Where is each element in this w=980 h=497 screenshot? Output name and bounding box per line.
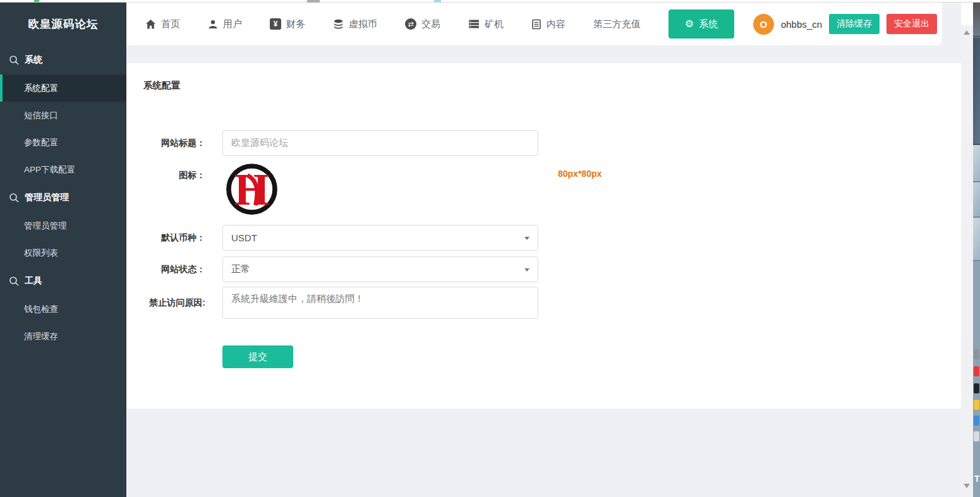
sidebar-item-clear-cache[interactable]: 清理缓存 bbox=[0, 323, 126, 350]
nav-item-label: 交易 bbox=[421, 18, 440, 30]
desktop-app-icon bbox=[974, 383, 979, 393]
nav-item-content[interactable]: 内容 bbox=[531, 18, 566, 30]
exchange-icon: ⇄ bbox=[405, 18, 416, 30]
search-icon bbox=[9, 55, 19, 65]
gear-icon: ⚙ bbox=[685, 19, 694, 29]
scroll-up-arrow-icon[interactable] bbox=[964, 30, 970, 35]
nav-item-system-active[interactable]: ⚙ 系统 bbox=[668, 9, 734, 39]
desktop-partial-text: T bbox=[974, 474, 980, 484]
sidebar-section-admin[interactable]: 管理员管理 bbox=[0, 183, 126, 212]
search-icon bbox=[9, 276, 19, 286]
sidebar-section-label: 工具 bbox=[25, 275, 42, 287]
sidebar-item-sms-api[interactable]: 短信接口 bbox=[0, 102, 126, 129]
sidebar-section-system[interactable]: 系统 bbox=[0, 45, 126, 75]
search-icon bbox=[9, 193, 19, 203]
forbid-reason-textarea[interactable]: 系統升級維護中，請稍後訪問！ bbox=[222, 287, 538, 319]
sidebar-item-admin-manage[interactable]: 管理员管理 bbox=[0, 212, 126, 239]
nav-item-users[interactable]: 用户 bbox=[208, 18, 242, 30]
browser-edge-sliver bbox=[0, 0, 980, 3]
submit-button[interactable]: 提交 bbox=[222, 345, 293, 368]
top-navbar: 首页 用户 ¥ 财务 虚拟币 ⇄ 交易 矿机 bbox=[126, 3, 942, 45]
site-status-value: 正常 bbox=[231, 263, 250, 275]
nav-item-label: 矿机 bbox=[485, 18, 504, 30]
desktop-panel bbox=[973, 183, 980, 217]
svg-text:H: H bbox=[234, 164, 270, 214]
desktop-app-icon bbox=[974, 400, 979, 410]
chevron-down-icon bbox=[524, 237, 529, 240]
desktop-app-icon bbox=[974, 366, 979, 376]
nav-item-home[interactable]: 首页 bbox=[145, 18, 180, 30]
desktop-panel bbox=[973, 37, 980, 145]
site-status-label: 网站状态： bbox=[126, 256, 205, 282]
sidebar-section-label: 管理员管理 bbox=[25, 192, 69, 203]
nav-item-label: 内容 bbox=[547, 18, 566, 30]
site-logo-image[interactable]: H bbox=[225, 162, 279, 216]
default-coin-select[interactable]: USDT bbox=[222, 225, 538, 251]
browser-fragment bbox=[434, 0, 441, 3]
nav-item-thirdparty-recharge[interactable]: 第三方充值 bbox=[593, 18, 641, 30]
sidebar-item-app-download-config[interactable]: APP下载配置 bbox=[0, 156, 126, 183]
desktop-edge-strip: T bbox=[973, 0, 980, 497]
scroll-down-arrow-icon[interactable] bbox=[964, 484, 970, 488]
nav-item-finance[interactable]: ¥ 财务 bbox=[270, 18, 305, 30]
logout-button[interactable]: 安全退出 bbox=[886, 14, 937, 34]
forbid-reason-label: 禁止访问原因: bbox=[126, 287, 205, 319]
system-config-card: 系统配置 网站标题： 图标： H 80px*80px 默认币种： bbox=[126, 63, 961, 409]
sidebar-item-permission-list[interactable]: 权限列表 bbox=[0, 239, 126, 266]
page-title: 系统配置 bbox=[143, 80, 180, 92]
admin-screen: 欧皇源码论坛 系统 系统配置 短信接口 参数配置 APP下载配置 管理员管理 管… bbox=[0, 0, 980, 497]
icon-size-hint: 80px*80px bbox=[558, 169, 602, 179]
desktop-panel bbox=[973, 0, 980, 37]
nav-item-miner[interactable]: 矿机 bbox=[468, 18, 504, 30]
home-icon bbox=[145, 19, 156, 30]
desktop-app-icon bbox=[974, 416, 979, 426]
clear-cache-button[interactable]: 清除缓存 bbox=[829, 14, 880, 34]
site-title-input[interactable] bbox=[222, 130, 538, 156]
scrollbar-track[interactable] bbox=[961, 25, 973, 497]
document-icon bbox=[531, 19, 541, 30]
sidebar-item-param-config[interactable]: 参数配置 bbox=[0, 129, 126, 156]
coins-stack-icon bbox=[333, 19, 344, 30]
avatar: O bbox=[753, 14, 774, 35]
nav-item-trade[interactable]: ⇄ 交易 bbox=[405, 18, 440, 30]
desktop-panel bbox=[973, 218, 980, 261]
browser-fragment bbox=[307, 0, 320, 3]
chevron-down-icon bbox=[524, 268, 529, 272]
browser-fragment bbox=[34, 0, 39, 2]
default-coin-value: USDT bbox=[231, 232, 257, 243]
content-area: 首页 用户 ¥ 财务 虚拟币 ⇄ 交易 矿机 bbox=[126, 3, 961, 497]
yen-badge-icon: ¥ bbox=[270, 18, 281, 30]
nav-item-label: 系统 bbox=[699, 18, 718, 30]
navbar-user-area: O ohbbs_cn 清除缓存 安全退出 bbox=[753, 14, 942, 35]
desktop-panel bbox=[973, 261, 980, 497]
server-rack-icon bbox=[468, 19, 480, 29]
user-icon bbox=[208, 19, 218, 30]
sidebar-section-tools[interactable]: 工具 bbox=[0, 266, 126, 296]
desktop-app-icon bbox=[974, 431, 979, 441]
nav-item-crypto[interactable]: 虚拟币 bbox=[333, 18, 377, 30]
sidebar-item-system-config[interactable]: 系统配置 bbox=[0, 75, 126, 102]
sidebar-section-label: 系统 bbox=[25, 54, 42, 66]
sidebar: 欧皇源码论坛 系统 系统配置 短信接口 参数配置 APP下载配置 管理员管理 管… bbox=[0, 3, 126, 497]
site-title-label: 网站标题： bbox=[126, 130, 205, 156]
sidebar-item-wallet-check[interactable]: 钱包检查 bbox=[0, 296, 126, 323]
default-coin-label: 默认币种： bbox=[126, 225, 205, 251]
site-icon-label: 图标： bbox=[126, 169, 205, 181]
sidebar-brand-title: 欧皇源码论坛 bbox=[0, 3, 126, 45]
desktop-app-icon bbox=[974, 349, 979, 359]
nav-item-label: 财务 bbox=[286, 18, 305, 30]
desktop-panel bbox=[973, 145, 980, 182]
nav-item-label: 首页 bbox=[161, 18, 180, 30]
username-text: ohbbs_cn bbox=[781, 19, 822, 30]
site-status-select[interactable]: 正常 bbox=[222, 256, 538, 282]
nav-item-label: 第三方充值 bbox=[593, 18, 641, 30]
page-scrollbar[interactable] bbox=[961, 3, 973, 497]
nav-item-label: 虚拟币 bbox=[349, 18, 377, 30]
nav-item-label: 用户 bbox=[223, 18, 242, 30]
